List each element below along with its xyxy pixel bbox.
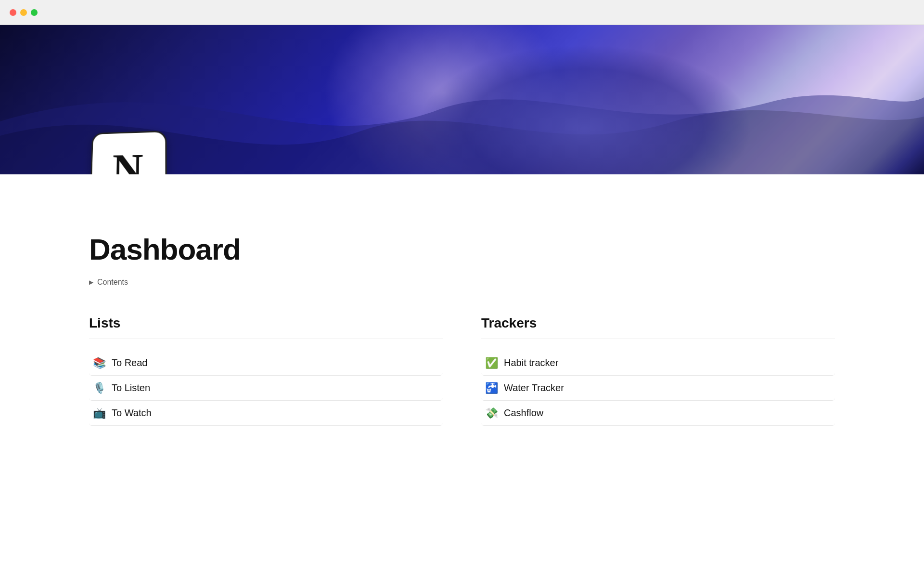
tracker-item[interactable]: 🚰 Water Tracker [481,376,835,401]
list-item-emoji: 📚 [93,358,106,368]
maximize-button[interactable] [31,9,38,16]
list-item[interactable]: 🎙️ To Listen [89,376,443,401]
minimize-button[interactable] [20,9,27,16]
list-item-label: To Read [112,357,148,368]
lists-heading: Lists [89,315,443,331]
trackers-divider [481,339,835,339]
list-item[interactable]: 📺 To Watch [89,401,443,426]
main-content: Dashboard ▶ Contents Lists 📚 To Read 🎙️ … [0,174,924,464]
contents-toggle[interactable]: ▶ Contents [89,278,835,287]
tracker-item-emoji: 💸 [485,408,498,419]
tracker-item-label: Cashflow [504,407,543,419]
tracker-item[interactable]: ✅ Habit tracker [481,351,835,376]
lists-divider [89,339,443,339]
page-title: Dashboard [89,232,835,266]
list-item-emoji: 🎙️ [93,383,106,394]
notion-logo: N [90,131,167,174]
lists-items: 📚 To Read 🎙️ To Listen 📺 To Watch [89,351,443,426]
contents-label: Contents [97,278,128,287]
window-chrome [0,0,924,25]
notion-logo-container: N [89,131,166,174]
trackers-section: Trackers ✅ Habit tracker 🚰 Water Tracker… [481,315,835,426]
hero-banner: N [0,25,924,174]
toggle-arrow-icon: ▶ [89,279,93,286]
tracker-item-label: Habit tracker [504,357,558,368]
tracker-item-emoji: 🚰 [485,383,498,394]
list-item[interactable]: 📚 To Read [89,351,443,376]
close-button[interactable] [10,9,16,16]
tracker-item-label: Water Tracker [504,382,564,394]
trackers-items: ✅ Habit tracker 🚰 Water Tracker 💸 Cashfl… [481,351,835,426]
page-container: N Dashboard ▶ Contents Lists 📚 To Read 🎙… [0,25,924,464]
list-item-label: To Listen [112,382,150,394]
trackers-heading: Trackers [481,315,835,331]
list-item-emoji: 📺 [93,408,106,419]
lists-section: Lists 📚 To Read 🎙️ To Listen 📺 To Watch [89,315,443,426]
notion-logo-letter: N [112,148,143,174]
two-col-layout: Lists 📚 To Read 🎙️ To Listen 📺 To Watch … [89,315,835,426]
tracker-item[interactable]: 💸 Cashflow [481,401,835,426]
tracker-item-emoji: ✅ [485,358,498,368]
list-item-label: To Watch [112,407,152,419]
